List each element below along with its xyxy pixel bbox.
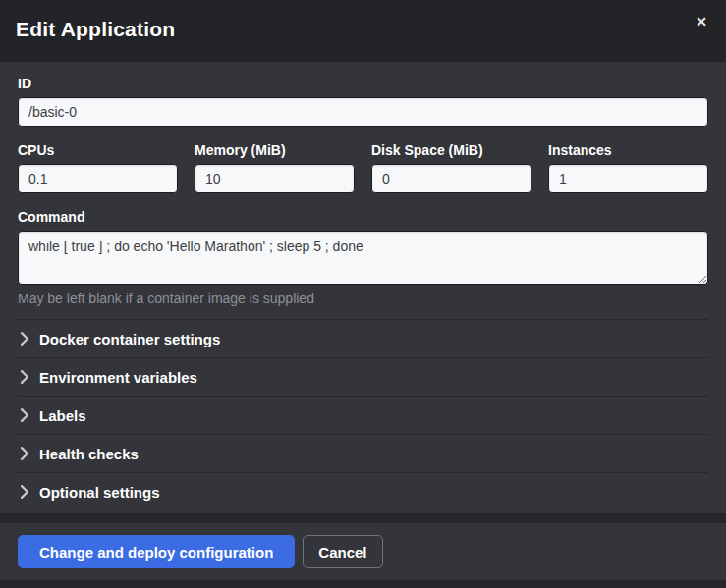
- section-label: Labels: [39, 407, 86, 424]
- memory-field-group: Memory (MiB): [195, 142, 355, 193]
- section-label: Docker container settings: [39, 331, 220, 347]
- cpus-label: CPUs: [18, 142, 178, 158]
- command-textarea[interactable]: while [ true ] ; do echo 'Hello Marathon…: [18, 231, 708, 285]
- instances-input[interactable]: [548, 164, 708, 193]
- memory-input[interactable]: [195, 164, 355, 193]
- cancel-button[interactable]: Cancel: [303, 535, 382, 568]
- chevron-right-icon: [20, 332, 29, 346]
- section-label: Optional settings: [39, 484, 160, 501]
- modal-footer: Change and deploy configuration Cancel: [0, 523, 726, 580]
- chevron-right-icon: [20, 370, 29, 384]
- memory-label: Memory (MiB): [195, 142, 355, 158]
- instances-field-group: Instances: [548, 142, 708, 193]
- section-environment-variables[interactable]: Environment variables: [18, 357, 708, 396]
- command-label: Command: [18, 209, 708, 225]
- command-help-text: May be left blank if a container image i…: [18, 291, 708, 306]
- resources-row: CPUs Memory (MiB) Disk Space (MiB) Insta…: [18, 142, 708, 193]
- chevron-right-icon: [20, 447, 29, 460]
- id-field-group: ID: [18, 76, 708, 127]
- section-label: Health checks: [39, 446, 139, 462]
- disk-label: Disk Space (MiB): [371, 142, 531, 158]
- modal-bottom-edge: [0, 580, 726, 588]
- disk-field-group: Disk Space (MiB): [371, 142, 531, 193]
- chevron-right-icon: [20, 485, 29, 499]
- close-icon[interactable]: ✕: [693, 13, 710, 30]
- section-optional-settings[interactable]: Optional settings: [18, 472, 708, 510]
- section-docker-container-settings[interactable]: Docker container settings: [18, 319, 708, 357]
- id-input[interactable]: [18, 97, 708, 127]
- modal-title: Edit Application: [16, 18, 710, 41]
- chevron-right-icon: [20, 408, 29, 422]
- section-label: Environment variables: [39, 369, 197, 386]
- modal-body-footer-divider: [0, 513, 726, 523]
- edit-application-modal: Edit Application ✕ ID CPUs Memory (MiB) …: [0, 0, 726, 588]
- id-label: ID: [18, 76, 708, 91]
- modal-header: Edit Application ✕: [0, 0, 726, 62]
- command-field-group: Command while [ true ] ; do echo 'Hello …: [18, 209, 708, 306]
- instances-label: Instances: [548, 142, 708, 158]
- section-health-checks[interactable]: Health checks: [18, 434, 708, 472]
- cpus-input[interactable]: [18, 164, 178, 193]
- modal-body: ID CPUs Memory (MiB) Disk Space (MiB) In…: [0, 62, 726, 513]
- section-labels[interactable]: Labels: [18, 396, 708, 434]
- cpus-field-group: CPUs: [18, 142, 178, 193]
- disk-input[interactable]: [371, 164, 531, 193]
- change-and-deploy-button[interactable]: Change and deploy configuration: [18, 535, 295, 568]
